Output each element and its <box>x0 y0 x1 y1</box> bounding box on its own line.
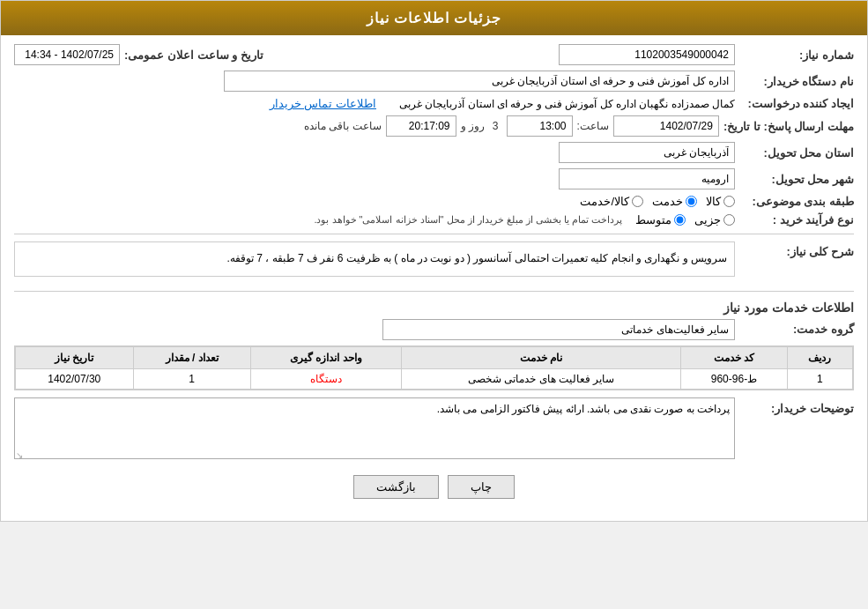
category-radio-kala[interactable] <box>723 196 735 207</box>
creator-label: ایجاد کننده درخواست: <box>739 97 854 110</box>
category-kala-khedmat-label: کالا/خدمت <box>580 195 629 208</box>
purchase-jozii-label: جزیی <box>694 213 721 227</box>
row-city: شهر محل تحویل: <box>14 168 854 189</box>
row-service-group: گروه خدمت: <box>14 319 854 340</box>
col-name: نام خدمت <box>401 346 681 368</box>
response-days-label: روز و <box>461 120 485 132</box>
buyer-org-input <box>224 71 735 92</box>
divider-2 <box>14 291 854 292</box>
service-group-input <box>382 319 735 340</box>
response-deadline-label: مهلت ارسال پاسخ: تا تاریخ: <box>723 120 854 133</box>
row-response-deadline: مهلت ارسال پاسخ: تا تاریخ: ساعت: 3 روز و… <box>14 115 854 137</box>
purchase-motavasset-label: متوسط <box>635 213 671 227</box>
city-input <box>559 168 735 189</box>
table-header-row: ردیف کد خدمت نام خدمت واحد اندازه گیری ت… <box>16 346 853 368</box>
content-area: شماره نیاز: تاریخ و ساعت اعلان عمومی: نا… <box>1 35 867 521</box>
category-khedmat-label: خدمت <box>652 195 683 208</box>
need-number-input <box>559 44 735 65</box>
response-remaining-label: ساعت باقی مانده <box>304 120 382 132</box>
col-qty: تعداد / مقدار <box>133 346 250 368</box>
row-need-description: شرح کلی نیاز: سرویس و نگهداری و انجام کل… <box>14 241 854 284</box>
category-radio-group: کالا خدمت کالا/خدمت <box>580 195 735 208</box>
buyer-notes-textarea <box>14 397 735 459</box>
buyer-notes-wrapper: ↘ <box>14 397 735 462</box>
print-button[interactable]: چاپ <box>448 475 515 499</box>
category-label: طبقه بندی موضوعی: <box>739 195 854 208</box>
col-unit: واحد اندازه گیری <box>250 346 401 368</box>
purchase-type-jozii: جزیی <box>694 213 735 227</box>
col-row: ردیف <box>787 346 852 368</box>
page-header: جزئیات اطلاعات نیاز <box>1 1 867 35</box>
services-info-title: اطلاعات خدمات مورد نیاز <box>14 301 854 315</box>
row-need-number: شماره نیاز: تاریخ و ساعت اعلان عمومی: <box>14 44 854 65</box>
button-row: چاپ بازگشت <box>14 475 854 499</box>
buyer-org-label: نام دستگاه خریدار: <box>739 75 854 88</box>
cell-date: 1402/07/30 <box>16 368 134 389</box>
col-date: تاریخ نیاز <box>16 346 134 368</box>
need-number-label: شماره نیاز: <box>739 48 854 62</box>
response-remaining-input <box>386 115 456 137</box>
divider-1 <box>14 234 854 234</box>
need-description-value: سرویس و نگهداری و انجام کلیه تعمیرات احت… <box>227 252 727 264</box>
services-table: ردیف کد خدمت نام خدمت واحد اندازه گیری ت… <box>15 346 853 390</box>
need-description-label: شرح کلی نیاز: <box>739 245 854 258</box>
purchase-radio-jozii[interactable] <box>723 214 735 226</box>
announce-datetime-input <box>14 44 120 65</box>
row-category: طبقه بندی موضوعی: کالا خدمت کالا/خدمت <box>14 195 854 208</box>
city-label: شهر محل تحویل: <box>739 173 854 186</box>
service-group-label: گروه خدمت: <box>739 323 854 336</box>
col-code: کد خدمت <box>681 346 787 368</box>
province-label: استان محل تحویل: <box>739 146 854 160</box>
purchase-type-radio-group: جزیی متوسط <box>635 213 735 227</box>
need-description-box: سرویس و نگهداری و انجام کلیه تعمیرات احت… <box>14 241 735 277</box>
announce-datetime-label: تاریخ و ساعت اعلان عمومی: <box>124 48 263 62</box>
row-creator: ایجاد کننده درخواست: کمال صمدزاده نگهبان… <box>14 97 854 110</box>
category-radio-khedmat[interactable] <box>686 196 697 207</box>
cell-unit: دستگاه <box>250 368 401 389</box>
province-input <box>559 142 735 163</box>
purchase-type-motavasset: متوسط <box>635 213 686 227</box>
purchase-radio-motavasset[interactable] <box>674 214 686 226</box>
cell-qty: 1 <box>133 368 250 389</box>
services-table-container: ردیف کد خدمت نام خدمت واحد اندازه گیری ت… <box>14 345 854 390</box>
row-province: استان محل تحویل: <box>14 142 854 163</box>
cell-name: سایر فعالیت های خدماتی شخصی <box>401 368 681 389</box>
page-wrapper: جزئیات اطلاعات نیاز شماره نیاز: تاریخ و … <box>0 0 868 522</box>
row-purchase-type: نوع فرآیند خرید : جزیی متوسط پرداخت تمام… <box>14 213 854 227</box>
textarea-corner-marker: ↘ <box>16 450 23 460</box>
response-time-input <box>507 115 573 137</box>
purchase-type-note: پرداخت تمام یا بخشی از مبلغ خریدار از مح… <box>314 214 622 226</box>
page-title: جزئیات اطلاعات نیاز <box>367 11 502 26</box>
creator-link[interactable]: اطلاعات تماس خریدار <box>270 97 376 110</box>
buyer-notes-row: توضیحات خریدار: ↘ <box>14 397 854 462</box>
response-date-input <box>613 115 719 137</box>
cell-row: 1 <box>787 368 852 389</box>
category-radio-kala-khedmat[interactable] <box>632 196 643 207</box>
row-buyer-org: نام دستگاه خریدار: <box>14 71 854 92</box>
category-option-kala: کالا <box>706 195 735 208</box>
response-days-value: 3 <box>493 120 499 132</box>
cell-code: ط-96-960 <box>681 368 787 389</box>
purchase-type-label: نوع فرآیند خرید : <box>739 213 854 227</box>
creator-name: کمال صمدزاده نگهبان اداره کل آموزش فنی و… <box>399 98 735 110</box>
back-button[interactable]: بازگشت <box>353 475 439 499</box>
category-kala-label: کالا <box>706 195 721 208</box>
category-option-khedmat: خدمت <box>652 195 697 208</box>
category-option-kala-khedmat: کالا/خدمت <box>580 195 643 208</box>
buyer-notes-label: توضیحات خریدار: <box>739 402 854 415</box>
response-time-label: ساعت: <box>577 120 609 132</box>
table-row: 1 ط-96-960 سایر فعالیت های خدماتی شخصی د… <box>16 368 853 389</box>
